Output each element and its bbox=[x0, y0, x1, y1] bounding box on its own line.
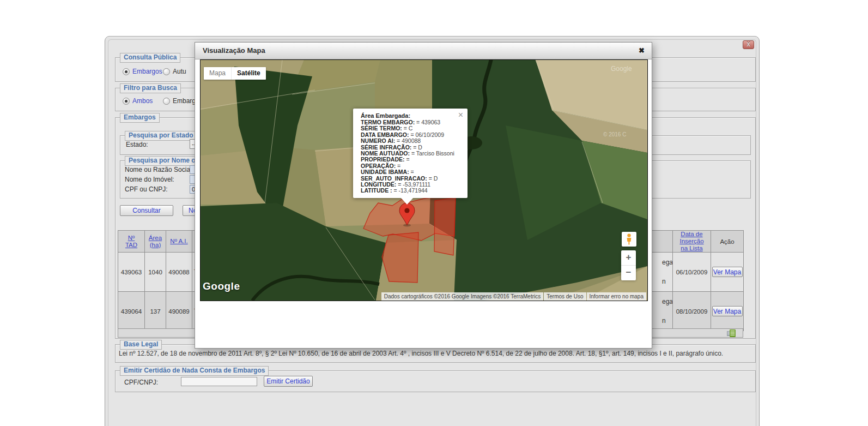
tab-mapa[interactable]: Mapa bbox=[204, 67, 231, 80]
header-acao: Ação bbox=[720, 238, 734, 245]
certidao-cpf-input[interactable] bbox=[181, 377, 257, 386]
screen: X Consulta Pública Embargos Autu Filtro … bbox=[0, 0, 868, 426]
pegman-control[interactable] bbox=[622, 232, 636, 247]
legend-filtro-busca: Filtro para Busca bbox=[120, 83, 181, 93]
cell-tad: 439063 bbox=[118, 253, 145, 292]
header-area-ha[interactable]: Área (ha) bbox=[149, 235, 162, 249]
legend-embargos: Embargos bbox=[120, 113, 160, 123]
cell-tad: 439064 bbox=[118, 292, 145, 331]
radio-embargos[interactable] bbox=[123, 68, 130, 75]
estado-label: Estado: bbox=[126, 141, 148, 148]
info-window-lines: TERMO EMBARGO: = 439063SÉRIE TERMO: = CD… bbox=[361, 119, 465, 194]
export-excel-icon[interactable] bbox=[727, 329, 736, 337]
ver-mapa-button[interactable]: Ver Mapa bbox=[712, 306, 743, 316]
fieldset-certidao: Emitir Certidão de Nada Consta de Embarg… bbox=[115, 370, 756, 392]
attribution-report-link[interactable]: Informar erro no mapa bbox=[587, 292, 647, 301]
zoom-in-button[interactable]: + bbox=[621, 250, 636, 266]
radio-ambos-label[interactable]: Ambos bbox=[132, 97, 153, 105]
cell-text-fragment: n bbox=[662, 278, 666, 285]
info-window-line: LATITUDE : = -13,471944 bbox=[361, 188, 465, 194]
legend-certidao: Emitir Certidão de Nada Consta de Embarg… bbox=[120, 366, 269, 376]
cell-ai: 490088 bbox=[166, 253, 192, 292]
radio-autuacoes[interactable] bbox=[163, 68, 170, 75]
radio-embargos-label[interactable]: Embargos bbox=[132, 68, 162, 75]
consultar-button[interactable]: Consultar bbox=[120, 205, 173, 216]
cell-area: 137 bbox=[145, 292, 166, 331]
ver-mapa-button[interactable]: Ver Mapa bbox=[712, 267, 743, 277]
map-attribution: Dados cartográficos ©2016 Google Imagens… bbox=[381, 292, 646, 301]
zoom-control: + − bbox=[621, 250, 636, 280]
cell-data-insercao: 08/10/2009 bbox=[673, 292, 711, 331]
nome-razao-label: Nome ou Razão Social: bbox=[125, 166, 193, 173]
pegman-icon bbox=[625, 233, 633, 245]
emitir-certidao-button[interactable]: Emitir Certidão bbox=[264, 376, 313, 387]
modal-title-bar[interactable]: Visualização Mapa ✖ bbox=[195, 43, 652, 59]
header-n-tad[interactable]: Nº TAD bbox=[125, 235, 137, 249]
cell-text-fragment: n bbox=[662, 317, 666, 325]
base-legal-text: Lei nº 12.527, de 18 de novembro de 2011… bbox=[119, 350, 723, 357]
panel-close-button[interactable]: X bbox=[743, 40, 754, 49]
zoom-out-button[interactable]: − bbox=[621, 266, 636, 280]
header-data-insercao[interactable]: Data de Inserção na Lista bbox=[679, 231, 703, 252]
info-window: × Área Embargada: TERMO EMBARGO: = 43906… bbox=[353, 109, 468, 198]
radio-filtro-embargos[interactable] bbox=[163, 98, 170, 105]
header-n-ai[interactable]: Nº A.I. bbox=[170, 238, 187, 245]
google-logo: Google bbox=[203, 280, 240, 292]
legend-consulta-publica: Consulta Pública bbox=[120, 53, 180, 63]
cell-area: 1040 bbox=[145, 253, 166, 292]
certidao-cpf-label: CPF/CNPJ: bbox=[124, 379, 158, 386]
legend-base-legal: Base Legal bbox=[120, 340, 162, 350]
legend-pesquisa-nome: Pesquisa por Nome ou bbox=[125, 156, 203, 166]
map-type-control: Mapa Satélite bbox=[204, 67, 266, 80]
info-window-close-icon[interactable]: × bbox=[458, 111, 463, 119]
cpf-cnpj-label: CPF ou CNPJ: bbox=[125, 185, 168, 193]
attribution-terms-link[interactable]: Termos de Uso bbox=[544, 292, 586, 301]
cell-text-fragment: egal bbox=[662, 259, 673, 266]
radio-autuacoes-label[interactable]: Autu bbox=[173, 68, 186, 75]
nome-imovel-label: Nome do Imóvel: bbox=[125, 176, 174, 183]
map-modal: Visualização Mapa ✖ bbox=[195, 42, 652, 349]
attribution-data: Dados cartográficos ©2016 Google Imagens… bbox=[381, 292, 543, 301]
radio-ambos[interactable] bbox=[123, 98, 130, 105]
cell-ai: 490089 bbox=[166, 292, 192, 331]
modal-title: Visualização Mapa bbox=[203, 46, 265, 55]
modal-close-icon[interactable]: ✖ bbox=[639, 46, 645, 55]
cell-data-insercao: 06/10/2009 bbox=[673, 253, 711, 292]
imagery-watermark-copyright: © 2016 C bbox=[603, 131, 626, 137]
cell-text-fragment: egal bbox=[662, 298, 673, 305]
tab-satelite[interactable]: Satélite bbox=[231, 67, 266, 80]
radio-filtro-embargos-label[interactable]: Embarg bbox=[173, 97, 196, 105]
imagery-watermark-google: Google bbox=[611, 65, 632, 73]
